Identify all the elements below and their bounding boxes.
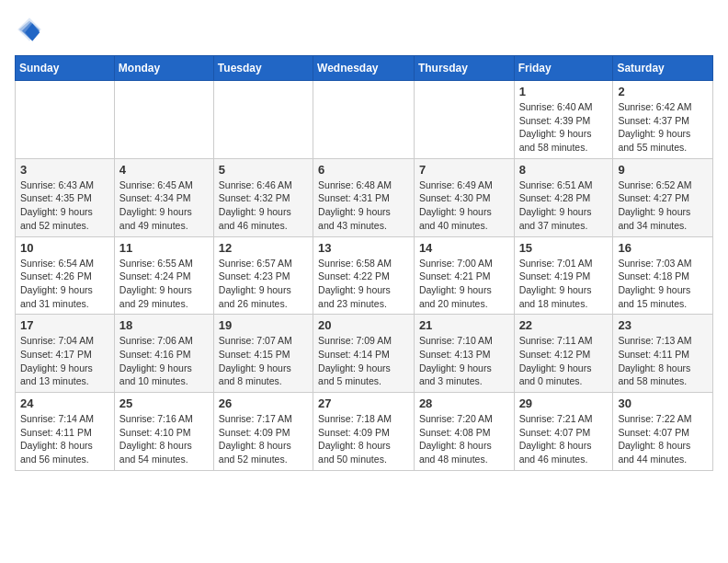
calendar-cell: 2Sunrise: 6:42 AM Sunset: 4:37 PM Daylig… (613, 81, 713, 159)
day-info: Sunrise: 6:46 AM Sunset: 4:32 PM Dayligh… (219, 178, 308, 233)
calendar-cell: 12Sunrise: 6:57 AM Sunset: 4:23 PM Dayli… (213, 236, 313, 315)
day-number: 8 (519, 163, 609, 177)
calendar-cell: 20Sunrise: 7:09 AM Sunset: 4:14 PM Dayli… (313, 315, 415, 393)
day-info: Sunrise: 6:42 AM Sunset: 4:37 PM Dayligh… (618, 100, 708, 155)
day-number: 15 (519, 241, 609, 255)
day-header-saturday: Saturday (613, 56, 713, 81)
day-info: Sunrise: 6:48 AM Sunset: 4:31 PM Dayligh… (318, 178, 409, 233)
logo-icon (15, 15, 44, 44)
day-info: Sunrise: 6:45 AM Sunset: 4:34 PM Dayligh… (119, 178, 209, 233)
calendar-cell: 7Sunrise: 6:49 AM Sunset: 4:30 PM Daylig… (414, 158, 514, 236)
day-info: Sunrise: 7:09 AM Sunset: 4:14 PM Dayligh… (318, 334, 409, 388)
day-header-friday: Friday (514, 56, 613, 81)
day-number: 17 (20, 318, 109, 332)
calendar-cell: 16Sunrise: 7:03 AM Sunset: 4:18 PM Dayli… (613, 236, 713, 315)
calendar-cell: 11Sunrise: 6:55 AM Sunset: 4:24 PM Dayli… (114, 236, 213, 315)
calendar-cell: 1Sunrise: 6:40 AM Sunset: 4:39 PM Daylig… (514, 81, 613, 159)
calendar-cell: 30Sunrise: 7:22 AM Sunset: 4:07 PM Dayli… (613, 393, 713, 471)
day-info: Sunrise: 7:03 AM Sunset: 4:18 PM Dayligh… (618, 257, 708, 311)
day-number: 1 (519, 85, 609, 98)
calendar-cell: 17Sunrise: 7:04 AM Sunset: 4:17 PM Dayli… (16, 315, 115, 393)
calendar-cell: 27Sunrise: 7:18 AM Sunset: 4:09 PM Dayli… (313, 393, 415, 471)
day-number: 11 (119, 241, 209, 255)
day-header-monday: Monday (114, 56, 213, 81)
calendar-cell: 22Sunrise: 7:11 AM Sunset: 4:12 PM Dayli… (514, 315, 613, 393)
day-number: 18 (119, 318, 209, 332)
day-info: Sunrise: 7:18 AM Sunset: 4:09 PM Dayligh… (318, 412, 409, 466)
day-info: Sunrise: 7:11 AM Sunset: 4:12 PM Dayligh… (519, 334, 609, 388)
calendar-cell: 26Sunrise: 7:17 AM Sunset: 4:09 PM Dayli… (213, 393, 313, 471)
day-info: Sunrise: 7:10 AM Sunset: 4:13 PM Dayligh… (419, 334, 509, 388)
day-number: 21 (419, 318, 509, 332)
day-info: Sunrise: 6:55 AM Sunset: 4:24 PM Dayligh… (119, 257, 209, 311)
day-info: Sunrise: 7:06 AM Sunset: 4:16 PM Dayligh… (119, 334, 209, 388)
day-number: 25 (119, 396, 209, 410)
day-info: Sunrise: 6:57 AM Sunset: 4:23 PM Dayligh… (219, 257, 308, 311)
calendar-cell: 21Sunrise: 7:10 AM Sunset: 4:13 PM Dayli… (414, 315, 514, 393)
day-info: Sunrise: 6:54 AM Sunset: 4:26 PM Dayligh… (20, 257, 109, 311)
day-info: Sunrise: 7:20 AM Sunset: 4:08 PM Dayligh… (419, 412, 509, 466)
calendar-cell (16, 81, 115, 159)
day-info: Sunrise: 6:43 AM Sunset: 4:35 PM Dayligh… (20, 178, 109, 233)
day-info: Sunrise: 7:00 AM Sunset: 4:21 PM Dayligh… (419, 257, 509, 311)
day-number: 3 (20, 163, 109, 177)
calendar-week-5: 24Sunrise: 7:14 AM Sunset: 4:11 PM Dayli… (16, 393, 713, 471)
day-info: Sunrise: 6:40 AM Sunset: 4:39 PM Dayligh… (519, 100, 609, 155)
day-info: Sunrise: 7:01 AM Sunset: 4:19 PM Dayligh… (519, 257, 609, 311)
day-number: 13 (318, 241, 409, 255)
calendar-cell: 24Sunrise: 7:14 AM Sunset: 4:11 PM Dayli… (16, 393, 115, 471)
day-number: 14 (419, 241, 509, 255)
calendar-week-2: 3Sunrise: 6:43 AM Sunset: 4:35 PM Daylig… (16, 158, 713, 236)
calendar-week-1: 1Sunrise: 6:40 AM Sunset: 4:39 PM Daylig… (16, 81, 713, 159)
day-info: Sunrise: 7:17 AM Sunset: 4:09 PM Dayligh… (219, 412, 308, 466)
day-number: 2 (618, 85, 708, 98)
calendar-cell: 18Sunrise: 7:06 AM Sunset: 4:16 PM Dayli… (114, 315, 213, 393)
calendar-cell: 3Sunrise: 6:43 AM Sunset: 4:35 PM Daylig… (16, 158, 115, 236)
day-number: 29 (519, 396, 609, 410)
day-header-sunday: Sunday (16, 56, 115, 81)
calendar-cell: 5Sunrise: 6:46 AM Sunset: 4:32 PM Daylig… (213, 158, 313, 236)
day-info: Sunrise: 7:07 AM Sunset: 4:15 PM Dayligh… (219, 334, 308, 388)
calendar-cell: 25Sunrise: 7:16 AM Sunset: 4:10 PM Dayli… (114, 393, 213, 471)
calendar-cell: 13Sunrise: 6:58 AM Sunset: 4:22 PM Dayli… (313, 236, 415, 315)
day-header-thursday: Thursday (414, 56, 514, 81)
day-number: 12 (219, 241, 308, 255)
day-number: 5 (219, 163, 308, 177)
day-number: 19 (219, 318, 308, 332)
calendar-cell: 8Sunrise: 6:51 AM Sunset: 4:28 PM Daylig… (514, 158, 613, 236)
day-number: 9 (618, 163, 708, 177)
calendar-cell: 4Sunrise: 6:45 AM Sunset: 4:34 PM Daylig… (114, 158, 213, 236)
calendar-cell: 28Sunrise: 7:20 AM Sunset: 4:08 PM Dayli… (414, 393, 514, 471)
calendar-cell: 14Sunrise: 7:00 AM Sunset: 4:21 PM Dayli… (414, 236, 514, 315)
day-info: Sunrise: 7:13 AM Sunset: 4:11 PM Dayligh… (618, 334, 708, 388)
calendar-cell: 9Sunrise: 6:52 AM Sunset: 4:27 PM Daylig… (613, 158, 713, 236)
logo (15, 15, 48, 44)
calendar-cell: 29Sunrise: 7:21 AM Sunset: 4:07 PM Dayli… (514, 393, 613, 471)
day-info: Sunrise: 6:52 AM Sunset: 4:27 PM Dayligh… (618, 178, 708, 233)
day-info: Sunrise: 7:14 AM Sunset: 4:11 PM Dayligh… (20, 412, 109, 466)
calendar-cell (313, 81, 415, 159)
calendar-cell: 23Sunrise: 7:13 AM Sunset: 4:11 PM Dayli… (613, 315, 713, 393)
day-info: Sunrise: 7:21 AM Sunset: 4:07 PM Dayligh… (519, 412, 609, 466)
day-info: Sunrise: 7:04 AM Sunset: 4:17 PM Dayligh… (20, 334, 109, 388)
calendar-week-3: 10Sunrise: 6:54 AM Sunset: 4:26 PM Dayli… (16, 236, 713, 315)
day-info: Sunrise: 6:49 AM Sunset: 4:30 PM Dayligh… (419, 178, 509, 233)
day-number: 23 (618, 318, 708, 332)
day-number: 7 (419, 163, 509, 177)
day-header-tuesday: Tuesday (213, 56, 313, 81)
day-number: 10 (20, 241, 109, 255)
day-number: 27 (318, 396, 409, 410)
calendar-table: SundayMondayTuesdayWednesdayThursdayFrid… (15, 55, 713, 471)
calendar-cell (213, 81, 313, 159)
day-number: 6 (318, 163, 409, 177)
day-number: 24 (20, 396, 109, 410)
calendar-week-4: 17Sunrise: 7:04 AM Sunset: 4:17 PM Dayli… (16, 315, 713, 393)
day-number: 28 (419, 396, 509, 410)
calendar-header-row: SundayMondayTuesdayWednesdayThursdayFrid… (16, 56, 713, 81)
day-number: 26 (219, 396, 308, 410)
day-number: 20 (318, 318, 409, 332)
day-header-wednesday: Wednesday (313, 56, 415, 81)
calendar-cell: 10Sunrise: 6:54 AM Sunset: 4:26 PM Dayli… (16, 236, 115, 315)
day-number: 4 (119, 163, 209, 177)
calendar-cell: 15Sunrise: 7:01 AM Sunset: 4:19 PM Dayli… (514, 236, 613, 315)
